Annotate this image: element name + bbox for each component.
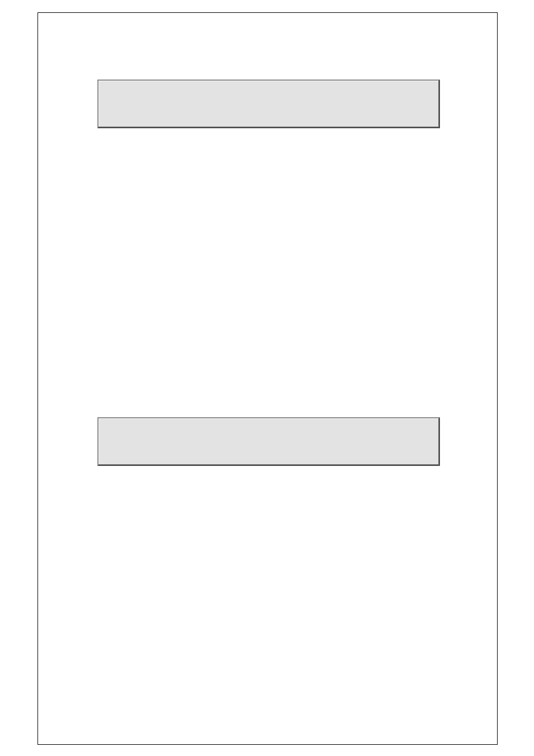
gray-panel-bottom [97,417,440,466]
document-page [38,12,498,745]
gray-panel-top [97,80,440,128]
